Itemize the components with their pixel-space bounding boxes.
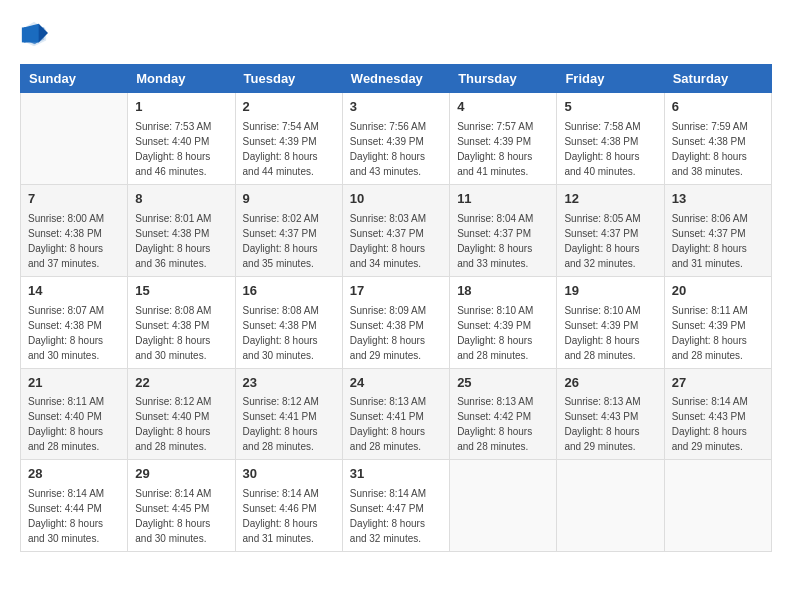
calendar-week-row: 14Sunrise: 8:07 AMSunset: 4:38 PMDayligh… bbox=[21, 276, 772, 368]
calendar-cell: 16Sunrise: 8:08 AMSunset: 4:38 PMDayligh… bbox=[235, 276, 342, 368]
day-info: Sunrise: 8:04 AMSunset: 4:37 PMDaylight:… bbox=[457, 211, 549, 271]
calendar-cell: 24Sunrise: 8:13 AMSunset: 4:41 PMDayligh… bbox=[342, 368, 449, 460]
day-info: Sunrise: 8:13 AMSunset: 4:42 PMDaylight:… bbox=[457, 394, 549, 454]
logo-icon bbox=[20, 20, 48, 48]
day-info: Sunrise: 7:54 AMSunset: 4:39 PMDaylight:… bbox=[243, 119, 335, 179]
day-info: Sunrise: 8:14 AMSunset: 4:47 PMDaylight:… bbox=[350, 486, 442, 546]
day-info: Sunrise: 8:14 AMSunset: 4:43 PMDaylight:… bbox=[672, 394, 764, 454]
calendar-cell: 23Sunrise: 8:12 AMSunset: 4:41 PMDayligh… bbox=[235, 368, 342, 460]
logo bbox=[20, 20, 52, 48]
weekday-header: Sunday bbox=[21, 65, 128, 93]
calendar-cell: 7Sunrise: 8:00 AMSunset: 4:38 PMDaylight… bbox=[21, 184, 128, 276]
day-info: Sunrise: 8:11 AMSunset: 4:39 PMDaylight:… bbox=[672, 303, 764, 363]
calendar-cell: 4Sunrise: 7:57 AMSunset: 4:39 PMDaylight… bbox=[450, 93, 557, 185]
day-number: 7 bbox=[28, 190, 120, 209]
day-info: Sunrise: 8:12 AMSunset: 4:40 PMDaylight:… bbox=[135, 394, 227, 454]
day-number: 25 bbox=[457, 374, 549, 393]
day-number: 11 bbox=[457, 190, 549, 209]
calendar-cell: 10Sunrise: 8:03 AMSunset: 4:37 PMDayligh… bbox=[342, 184, 449, 276]
day-number: 3 bbox=[350, 98, 442, 117]
calendar-cell: 28Sunrise: 8:14 AMSunset: 4:44 PMDayligh… bbox=[21, 460, 128, 552]
weekday-header: Tuesday bbox=[235, 65, 342, 93]
day-number: 2 bbox=[243, 98, 335, 117]
calendar-cell: 11Sunrise: 8:04 AMSunset: 4:37 PMDayligh… bbox=[450, 184, 557, 276]
day-number: 23 bbox=[243, 374, 335, 393]
day-info: Sunrise: 8:14 AMSunset: 4:44 PMDaylight:… bbox=[28, 486, 120, 546]
calendar-week-row: 7Sunrise: 8:00 AMSunset: 4:38 PMDaylight… bbox=[21, 184, 772, 276]
day-info: Sunrise: 8:02 AMSunset: 4:37 PMDaylight:… bbox=[243, 211, 335, 271]
weekday-header: Saturday bbox=[664, 65, 771, 93]
day-info: Sunrise: 7:57 AMSunset: 4:39 PMDaylight:… bbox=[457, 119, 549, 179]
day-info: Sunrise: 8:14 AMSunset: 4:46 PMDaylight:… bbox=[243, 486, 335, 546]
weekday-header: Thursday bbox=[450, 65, 557, 93]
day-info: Sunrise: 7:58 AMSunset: 4:38 PMDaylight:… bbox=[564, 119, 656, 179]
calendar-cell: 5Sunrise: 7:58 AMSunset: 4:38 PMDaylight… bbox=[557, 93, 664, 185]
calendar-cell: 21Sunrise: 8:11 AMSunset: 4:40 PMDayligh… bbox=[21, 368, 128, 460]
day-number: 26 bbox=[564, 374, 656, 393]
calendar-cell: 30Sunrise: 8:14 AMSunset: 4:46 PMDayligh… bbox=[235, 460, 342, 552]
day-info: Sunrise: 8:13 AMSunset: 4:41 PMDaylight:… bbox=[350, 394, 442, 454]
day-number: 31 bbox=[350, 465, 442, 484]
calendar-cell: 18Sunrise: 8:10 AMSunset: 4:39 PMDayligh… bbox=[450, 276, 557, 368]
day-info: Sunrise: 8:12 AMSunset: 4:41 PMDaylight:… bbox=[243, 394, 335, 454]
calendar-cell: 17Sunrise: 8:09 AMSunset: 4:38 PMDayligh… bbox=[342, 276, 449, 368]
day-number: 29 bbox=[135, 465, 227, 484]
day-number: 18 bbox=[457, 282, 549, 301]
calendar-cell: 27Sunrise: 8:14 AMSunset: 4:43 PMDayligh… bbox=[664, 368, 771, 460]
day-number: 14 bbox=[28, 282, 120, 301]
day-number: 13 bbox=[672, 190, 764, 209]
calendar-cell bbox=[557, 460, 664, 552]
day-number: 20 bbox=[672, 282, 764, 301]
day-number: 17 bbox=[350, 282, 442, 301]
day-info: Sunrise: 8:13 AMSunset: 4:43 PMDaylight:… bbox=[564, 394, 656, 454]
day-number: 24 bbox=[350, 374, 442, 393]
day-number: 5 bbox=[564, 98, 656, 117]
day-number: 4 bbox=[457, 98, 549, 117]
day-number: 10 bbox=[350, 190, 442, 209]
calendar-cell: 22Sunrise: 8:12 AMSunset: 4:40 PMDayligh… bbox=[128, 368, 235, 460]
calendar-cell: 29Sunrise: 8:14 AMSunset: 4:45 PMDayligh… bbox=[128, 460, 235, 552]
day-number: 27 bbox=[672, 374, 764, 393]
calendar-cell: 8Sunrise: 8:01 AMSunset: 4:38 PMDaylight… bbox=[128, 184, 235, 276]
weekday-header: Wednesday bbox=[342, 65, 449, 93]
day-info: Sunrise: 7:53 AMSunset: 4:40 PMDaylight:… bbox=[135, 119, 227, 179]
weekday-header: Friday bbox=[557, 65, 664, 93]
day-number: 9 bbox=[243, 190, 335, 209]
day-number: 6 bbox=[672, 98, 764, 117]
day-info: Sunrise: 8:01 AMSunset: 4:38 PMDaylight:… bbox=[135, 211, 227, 271]
calendar-cell: 25Sunrise: 8:13 AMSunset: 4:42 PMDayligh… bbox=[450, 368, 557, 460]
calendar-cell bbox=[664, 460, 771, 552]
day-number: 1 bbox=[135, 98, 227, 117]
day-number: 30 bbox=[243, 465, 335, 484]
day-number: 15 bbox=[135, 282, 227, 301]
page-header bbox=[20, 20, 772, 48]
calendar-cell: 19Sunrise: 8:10 AMSunset: 4:39 PMDayligh… bbox=[557, 276, 664, 368]
day-info: Sunrise: 8:08 AMSunset: 4:38 PMDaylight:… bbox=[135, 303, 227, 363]
calendar-cell: 14Sunrise: 8:07 AMSunset: 4:38 PMDayligh… bbox=[21, 276, 128, 368]
day-number: 8 bbox=[135, 190, 227, 209]
day-info: Sunrise: 8:07 AMSunset: 4:38 PMDaylight:… bbox=[28, 303, 120, 363]
calendar-cell: 2Sunrise: 7:54 AMSunset: 4:39 PMDaylight… bbox=[235, 93, 342, 185]
calendar-cell: 9Sunrise: 8:02 AMSunset: 4:37 PMDaylight… bbox=[235, 184, 342, 276]
day-info: Sunrise: 7:59 AMSunset: 4:38 PMDaylight:… bbox=[672, 119, 764, 179]
day-info: Sunrise: 8:03 AMSunset: 4:37 PMDaylight:… bbox=[350, 211, 442, 271]
day-info: Sunrise: 8:05 AMSunset: 4:37 PMDaylight:… bbox=[564, 211, 656, 271]
calendar-week-row: 28Sunrise: 8:14 AMSunset: 4:44 PMDayligh… bbox=[21, 460, 772, 552]
calendar-header-row: SundayMondayTuesdayWednesdayThursdayFrid… bbox=[21, 65, 772, 93]
calendar-cell: 1Sunrise: 7:53 AMSunset: 4:40 PMDaylight… bbox=[128, 93, 235, 185]
day-number: 21 bbox=[28, 374, 120, 393]
day-number: 12 bbox=[564, 190, 656, 209]
calendar-cell: 3Sunrise: 7:56 AMSunset: 4:39 PMDaylight… bbox=[342, 93, 449, 185]
day-info: Sunrise: 8:08 AMSunset: 4:38 PMDaylight:… bbox=[243, 303, 335, 363]
day-number: 16 bbox=[243, 282, 335, 301]
calendar-cell: 13Sunrise: 8:06 AMSunset: 4:37 PMDayligh… bbox=[664, 184, 771, 276]
calendar-cell: 12Sunrise: 8:05 AMSunset: 4:37 PMDayligh… bbox=[557, 184, 664, 276]
calendar-cell: 31Sunrise: 8:14 AMSunset: 4:47 PMDayligh… bbox=[342, 460, 449, 552]
day-info: Sunrise: 8:06 AMSunset: 4:37 PMDaylight:… bbox=[672, 211, 764, 271]
day-info: Sunrise: 8:00 AMSunset: 4:38 PMDaylight:… bbox=[28, 211, 120, 271]
day-number: 28 bbox=[28, 465, 120, 484]
day-number: 19 bbox=[564, 282, 656, 301]
day-info: Sunrise: 7:56 AMSunset: 4:39 PMDaylight:… bbox=[350, 119, 442, 179]
calendar-cell bbox=[21, 93, 128, 185]
day-info: Sunrise: 8:10 AMSunset: 4:39 PMDaylight:… bbox=[564, 303, 656, 363]
